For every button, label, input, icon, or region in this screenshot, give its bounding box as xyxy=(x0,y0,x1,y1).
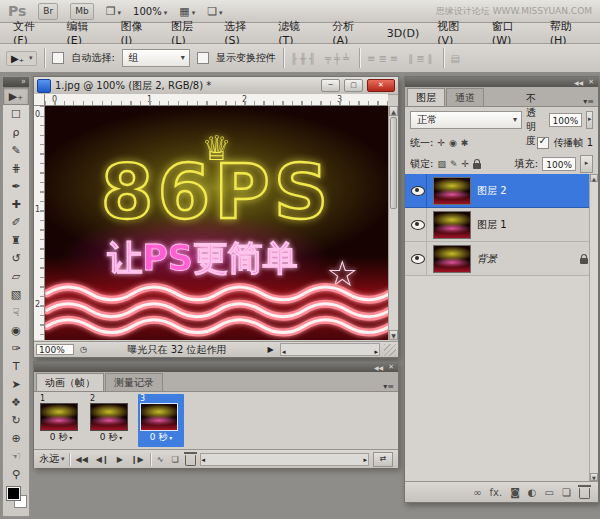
new-layer-icon[interactable]: ❏ xyxy=(562,487,571,498)
menu-file[interactable]: 文件(F) xyxy=(4,19,57,47)
tab-measurement-log[interactable]: 测量记录 xyxy=(105,373,163,391)
marquee-tool[interactable]: ☐ xyxy=(3,105,29,123)
healing-brush-tool[interactable]: ✚ xyxy=(3,195,29,213)
scrollbar-thumb[interactable] xyxy=(390,117,397,209)
quick-selection-tool[interactable]: ✎ xyxy=(3,141,29,159)
frame-delay[interactable]: 0 秒 xyxy=(140,431,182,443)
arrange-documents-icon[interactable]: ❐ xyxy=(106,5,121,18)
lock-all-icon[interactable] xyxy=(473,163,481,169)
convert-to-timeline-icon[interactable]: ⇄ xyxy=(373,452,393,467)
layer-list-scrollbar[interactable]: ▲ ▼ xyxy=(589,174,598,481)
status-zoom-field[interactable]: 100% xyxy=(36,344,74,355)
frame-delay[interactable]: 0 秒 xyxy=(40,431,82,443)
3d-rotate-tool[interactable]: ↻ xyxy=(3,411,29,429)
layer-row-1[interactable]: 图层 1 xyxy=(405,208,598,242)
blend-mode-dropdown[interactable]: 正常 xyxy=(410,111,522,129)
brush-tool[interactable]: ✐ xyxy=(3,213,29,231)
visibility-cell[interactable] xyxy=(409,174,427,207)
3d-orbit-tool[interactable]: ⊕ xyxy=(3,429,29,447)
collapse-icon[interactable] xyxy=(374,364,383,371)
new-frame-icon[interactable]: ❏ xyxy=(169,455,180,464)
scroll-left-icon[interactable] xyxy=(202,454,206,464)
custom-shape-tool[interactable]: ❖ xyxy=(3,393,29,411)
status-expand-icon[interactable]: ▶ xyxy=(265,345,276,354)
loop-dropdown[interactable]: 永远 xyxy=(39,452,65,466)
crop-tool[interactable]: ⋕ xyxy=(3,159,29,177)
layer-name[interactable]: 图层 2 xyxy=(477,184,507,198)
path-selection-tool[interactable]: ➤ xyxy=(3,375,29,393)
panel-menu-icon[interactable] xyxy=(583,97,598,106)
propagate-frame-checkbox[interactable] xyxy=(537,137,549,149)
horizontal-scrollbar[interactable] xyxy=(280,343,380,356)
extras-icon[interactable]: ❏ xyxy=(207,5,222,18)
zoom-level-dropdown[interactable]: 100% xyxy=(133,6,167,17)
foreground-color-swatch[interactable] xyxy=(7,487,20,500)
first-frame-button[interactable]: ◀◀ xyxy=(74,455,90,464)
tab-channels[interactable]: 通道 xyxy=(446,88,484,106)
layer-row-background[interactable]: 背景 xyxy=(405,242,598,276)
tab-layers[interactable]: 图层 xyxy=(407,88,445,106)
next-frame-button[interactable]: ❙▶ xyxy=(129,455,146,464)
auto-select-checkbox[interactable] xyxy=(52,52,64,64)
hand-tool[interactable]: ☜ xyxy=(3,447,29,465)
menu-window[interactable]: 窗口(W) xyxy=(483,19,541,47)
previous-frame-button[interactable]: ◀❙ xyxy=(94,455,111,464)
gradient-tool[interactable]: ▧ xyxy=(3,285,29,303)
frame-2[interactable]: 2 0 秒 xyxy=(88,394,134,447)
layer-name[interactable]: 背景 xyxy=(477,252,497,266)
frame-3-selected[interactable]: 3 0 秒 xyxy=(138,394,184,447)
unify-position-icon[interactable]: ✛ xyxy=(437,138,445,148)
lock-position-icon[interactable]: ✛ xyxy=(461,159,469,169)
opacity-field[interactable]: 100% xyxy=(549,113,583,127)
vertical-scrollbar[interactable]: ▲ ▼ xyxy=(388,106,398,340)
panel-menu-icon[interactable] xyxy=(383,382,398,391)
move-tool[interactable]: ▶₊ xyxy=(3,87,29,105)
lasso-tool[interactable]: ρ xyxy=(3,123,29,141)
mb-button[interactable]: Mb xyxy=(70,3,93,20)
menu-edit[interactable]: 编辑(E) xyxy=(57,19,111,47)
menu-help[interactable]: 帮助(H) xyxy=(541,19,596,47)
menu-view[interactable]: 视图(V) xyxy=(428,19,483,47)
dodge-tool[interactable]: ◉ xyxy=(3,321,29,339)
opacity-slider-icon[interactable] xyxy=(586,111,593,129)
screen-mode-icon[interactable]: ▦ xyxy=(179,5,195,18)
unify-style-icon[interactable]: ✱ xyxy=(461,138,469,148)
scroll-right-icon[interactable] xyxy=(374,344,378,357)
menu-filter[interactable]: 滤镜(T) xyxy=(269,19,323,47)
tween-icon[interactable]: ∿ xyxy=(155,455,166,464)
menu-3d[interactable]: 3D(D) xyxy=(378,27,429,40)
type-tool[interactable]: T xyxy=(3,357,29,375)
collapse-icon[interactable] xyxy=(574,79,583,86)
maximize-button[interactable]: ▢ xyxy=(344,79,363,92)
frames-scrollbar[interactable] xyxy=(200,453,369,466)
adjustment-layer-icon[interactable]: ◐ xyxy=(528,487,537,498)
play-button[interactable]: ▶ xyxy=(115,455,125,464)
lock-pixels-icon[interactable]: ✎ xyxy=(450,159,458,169)
fill-slider-icon[interactable] xyxy=(580,155,593,173)
scroll-up-icon[interactable]: ▲ xyxy=(590,174,598,182)
scroll-down-icon[interactable]: ▼ xyxy=(590,473,598,481)
menu-analysis[interactable]: 分析(A) xyxy=(323,19,378,47)
menu-layer[interactable]: 图层(L) xyxy=(162,19,215,47)
zoom-tool[interactable]: ⚲ xyxy=(3,465,29,483)
scroll-down-icon[interactable]: ▼ xyxy=(389,330,398,340)
tab-animation-frames[interactable]: 动画（帧） xyxy=(36,373,104,391)
clone-stamp-tool[interactable]: ♜ xyxy=(3,231,29,249)
minimize-button[interactable]: ─ xyxy=(321,79,340,92)
frame-delay[interactable]: 0 秒 xyxy=(90,431,132,443)
document-title-bar[interactable]: 1.jpg @ 100% (图层 2, RGB/8) * ─ ▢ ✕ xyxy=(34,77,398,95)
workspace-icon[interactable]: ▤ xyxy=(451,53,463,64)
show-transform-checkbox[interactable] xyxy=(197,52,209,64)
move-tool-preset[interactable]: ▶₊ xyxy=(6,51,37,66)
layer-name[interactable]: 图层 1 xyxy=(477,218,507,232)
close-icon[interactable] xyxy=(588,78,594,86)
close-icon[interactable] xyxy=(388,363,394,371)
visibility-cell[interactable] xyxy=(409,242,427,275)
close-button[interactable]: ✕ xyxy=(367,79,395,92)
link-layers-icon[interactable]: ∞ xyxy=(473,487,481,498)
eyedropper-tool[interactable]: ✒ xyxy=(3,177,29,195)
smudge-tool[interactable]: ☟ xyxy=(3,303,29,321)
scroll-up-icon[interactable]: ▲ xyxy=(389,106,398,116)
pen-tool[interactable]: ✑ xyxy=(3,339,29,357)
menu-image[interactable]: 图像(I) xyxy=(112,19,162,47)
